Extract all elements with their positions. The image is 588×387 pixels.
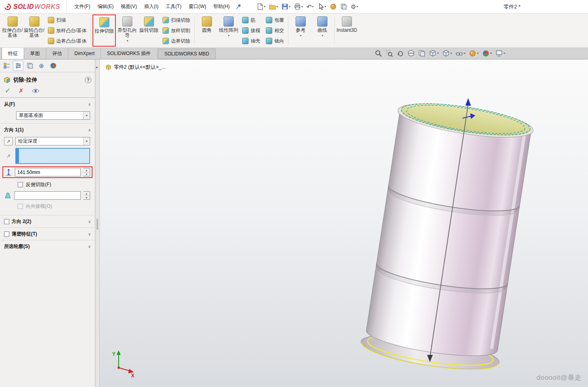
tab-features[interactable]: 特征	[2, 48, 24, 59]
section-direction1[interactable]: 方向 1(1) ∧	[0, 123, 95, 136]
edit-appearance-button[interactable]: ▾	[469, 50, 479, 57]
feature-tree-breadcrumb[interactable]: 零件2 (默认<<默认>_...	[105, 64, 166, 71]
menu-window[interactable]: 窗口(W)	[185, 1, 210, 12]
direction2-checkbox[interactable]	[4, 219, 9, 224]
swept-cut-button[interactable]: 扫描切除	[160, 15, 192, 25]
tab-solidworks-mbd[interactable]: SOLIDWORKS MBD	[158, 49, 216, 59]
revolve-boss-button[interactable]: 旋转凸台/基体	[23, 14, 45, 47]
print-button[interactable]: ▾	[293, 2, 304, 11]
rebuild-button[interactable]	[329, 2, 338, 11]
pin-menu-button[interactable]	[236, 4, 242, 10]
tab-dimxpert[interactable]: DimXpert	[68, 48, 101, 59]
display-manager-tab[interactable]	[48, 61, 58, 71]
instant3d-button[interactable]: Instant3D	[336, 14, 358, 47]
view-settings-button[interactable]: ▾	[495, 50, 505, 57]
command-manager-tabbar: 特征 草图 评估 DimXpert SOLIDWORKS 插件 SOLIDWOR…	[0, 48, 588, 59]
menu-insert[interactable]: 插入(I)	[141, 1, 162, 12]
section-selected-contours[interactable]: 所选轮廓(S) ∨	[0, 240, 95, 252]
section-direction2[interactable]: 方向 2(2) ∨	[0, 215, 95, 227]
mirror-button[interactable]: 镜向	[264, 36, 286, 46]
property-manager-panel: ⊕ 切除-拉伸 ? ✓ ✗ 从(F) ∧ 草图基准面 ▾ 方向 1(1) ∧	[0, 59, 95, 387]
from-dropdown[interactable]: 草图基准面 ▾	[16, 111, 90, 120]
tab-solidworks-addins[interactable]: SOLIDWORKS 插件	[101, 48, 157, 59]
splitter-grip[interactable]	[97, 219, 98, 230]
ok-button[interactable]: ✓	[5, 87, 10, 94]
select-button[interactable]: ▾	[316, 2, 327, 11]
wrap-small-column: 包覆 相交 镜向	[263, 14, 287, 47]
draft-angle-input[interactable]	[14, 191, 81, 200]
menu-file[interactable]: 文件(F)	[71, 1, 94, 12]
new-document-button[interactable]: ▾	[255, 2, 267, 11]
dropdown-caret-icon[interactable]: ▾	[83, 112, 90, 119]
save-icon	[282, 3, 288, 10]
cancel-button[interactable]: ✗	[19, 88, 24, 94]
revolve-cut-button[interactable]: 旋转切除	[138, 14, 160, 47]
reverse-direction-button[interactable]: ↗	[4, 137, 13, 145]
rib-button[interactable]: 筋	[240, 15, 262, 25]
caret-down-icon: ▾	[301, 5, 303, 8]
depth-spinner[interactable]: ▲ ▼	[83, 168, 90, 176]
direction-arrow-up-icon[interactable]	[465, 98, 471, 106]
menu-tools[interactable]: 工具(T)	[162, 1, 185, 12]
fillet-button[interactable]: 圆角	[196, 14, 218, 47]
thin-feature-checkbox[interactable]	[4, 231, 9, 237]
shell-button[interactable]: 抽壳	[240, 36, 262, 46]
menu-help[interactable]: 帮助(H)	[210, 1, 234, 12]
flip-side-checkbox[interactable]	[18, 182, 23, 187]
spin-down-icon[interactable]: ▼	[83, 196, 90, 199]
hole-wizard-button[interactable]: 异型孔向导 ▾	[116, 14, 138, 47]
panel-splitter[interactable]: ▸	[95, 59, 100, 387]
curves-button[interactable]: 曲线 ▾	[311, 14, 333, 47]
spin-down-icon[interactable]: ▼	[83, 172, 90, 176]
undo-button[interactable]: ↶▾	[305, 2, 315, 11]
menu-edit[interactable]: 编辑(E)	[94, 1, 117, 12]
direction-selection-box[interactable]	[15, 148, 90, 164]
linear-pattern-button[interactable]: 线性阵列 ▾	[218, 14, 239, 47]
apply-scene-button[interactable]: ▾	[482, 50, 492, 57]
depth-input[interactable]	[15, 168, 81, 176]
boundary-boss-button[interactable]: 边界凸台/基体	[46, 36, 88, 46]
property-manager-tab[interactable]	[13, 61, 23, 71]
wrap-button[interactable]: 包覆	[264, 15, 286, 25]
draft-outward-checkbox[interactable]	[18, 204, 23, 209]
zoom-area-button[interactable]	[386, 50, 393, 57]
tab-evaluate[interactable]: 评估	[46, 48, 68, 59]
configuration-manager-tab[interactable]	[25, 61, 35, 71]
viewport-canvas[interactable]: Y X	[100, 59, 588, 387]
extrude-cut-button[interactable]: 拉伸切除	[93, 15, 115, 46]
previous-view-button[interactable]	[397, 50, 404, 57]
spin-up-icon[interactable]: ▲	[83, 192, 90, 196]
view-orientation-button[interactable]: ▾	[429, 50, 439, 57]
swept-boss-button[interactable]: 扫描	[46, 15, 88, 25]
preview-eye-button[interactable]	[32, 88, 39, 93]
file-properties-button[interactable]	[339, 2, 348, 11]
annotation-views-button[interactable]	[418, 50, 426, 57]
display-style-button[interactable]: ▾	[442, 50, 452, 57]
tab-sketch[interactable]: 草图	[24, 48, 46, 59]
section-thin-feature[interactable]: 薄壁特征(T) ∨	[0, 227, 95, 240]
feature-manager-tab[interactable]	[1, 61, 12, 71]
section-view-button[interactable]	[407, 50, 415, 57]
help-button[interactable]: ?	[85, 77, 91, 83]
intersect-button[interactable]: 相交	[264, 26, 286, 36]
graphics-viewport[interactable]: 零件2 (默认<<默认>_...	[100, 59, 588, 387]
zoom-fit-button[interactable]	[375, 50, 382, 57]
dimxpert-manager-tab[interactable]: ⊕	[36, 61, 47, 71]
spin-up-icon[interactable]: ▲	[83, 168, 90, 172]
draft-button[interactable]: 拔模	[240, 26, 262, 36]
hide-show-items-button[interactable]: ▾	[456, 50, 465, 57]
dropdown-caret-icon[interactable]: ▾	[83, 137, 90, 145]
extrude-boss-button[interactable]: 拉伸凸台/基体	[2, 14, 23, 47]
boundary-cut-button[interactable]: 边界切除	[160, 36, 192, 46]
open-button[interactable]: ▾	[268, 2, 279, 11]
save-button[interactable]: ▾	[280, 2, 292, 11]
lofted-boss-button[interactable]: 放样凸台/基体	[46, 26, 88, 36]
menu-view[interactable]: 视图(V)	[117, 1, 141, 12]
draft-spinner[interactable]: ▲ ▼	[83, 191, 90, 200]
reference-geometry-button[interactable]: 参考 ▾	[290, 14, 311, 47]
options-button[interactable]: ⚙▾	[350, 2, 359, 11]
lofted-cut-button[interactable]: 放样切割	[160, 26, 192, 36]
flyout-tree-arrow-icon[interactable]: ▸	[96, 65, 98, 69]
end-condition-dropdown[interactable]: 给定深度 ▾	[15, 137, 90, 145]
section-from[interactable]: 从(F) ∧	[0, 98, 95, 110]
